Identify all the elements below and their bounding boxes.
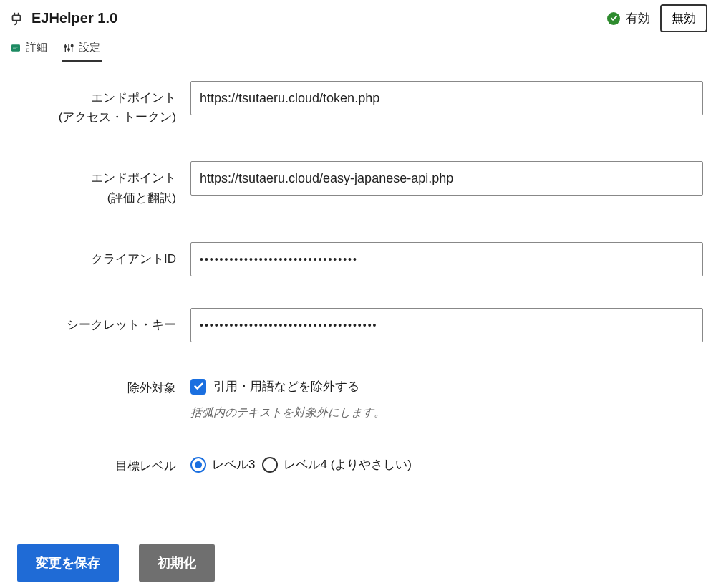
svg-rect-0	[13, 15, 21, 20]
label-endpoint-token: エンドポイント (アクセス・トークン)	[7, 81, 190, 127]
exclusion-help-text: 括弧内のテキストを対象外にします。	[190, 405, 703, 420]
svg-rect-2	[13, 47, 18, 47]
label-exclusion: 除外対象	[7, 377, 190, 397]
secret-key-input[interactable]	[190, 308, 703, 342]
label-secret-key: シークレット・キー	[7, 308, 190, 334]
svg-point-9	[71, 44, 73, 47]
svg-rect-1	[11, 44, 20, 51]
client-id-input[interactable]	[190, 242, 703, 276]
tab-details-label: 詳細	[26, 41, 47, 54]
label-endpoint-api: エンドポイント (評価と翻訳)	[7, 161, 190, 207]
label-client-id: クライアントID	[7, 242, 190, 269]
exclusion-checkbox[interactable]	[190, 379, 206, 395]
exclusion-checkbox-label: 引用・用語などを除外する	[213, 378, 359, 395]
details-icon	[10, 42, 21, 54]
radio-level4[interactable]	[262, 457, 278, 473]
enabled-label: 有効	[626, 10, 650, 26]
endpoint-token-input[interactable]	[190, 81, 703, 115]
svg-point-8	[68, 48, 70, 50]
app-title: EJHelper 1.0	[32, 10, 117, 26]
plugin-icon	[9, 11, 24, 26]
disable-button[interactable]: 無効	[660, 4, 707, 32]
svg-rect-3	[13, 48, 16, 49]
sliders-icon	[63, 42, 74, 54]
reset-button[interactable]: 初期化	[139, 544, 215, 582]
tab-bar: 詳細 設定	[7, 41, 709, 62]
radio-level3[interactable]	[190, 457, 206, 473]
tab-details[interactable]: 詳細	[9, 41, 49, 62]
status-enabled: 有効	[607, 10, 650, 26]
endpoint-api-input[interactable]	[190, 161, 703, 196]
label-target-level: 目標レベル	[7, 455, 190, 476]
check-circle-icon	[607, 12, 620, 25]
svg-point-7	[64, 45, 67, 47]
tab-settings[interactable]: 設定	[62, 41, 102, 62]
radio-level3-label: レベル3	[212, 456, 255, 473]
radio-level4-label: レベル4 (よりやさしい)	[284, 456, 412, 473]
save-button[interactable]: 変更を保存	[17, 544, 119, 582]
tab-settings-label: 設定	[79, 41, 100, 54]
